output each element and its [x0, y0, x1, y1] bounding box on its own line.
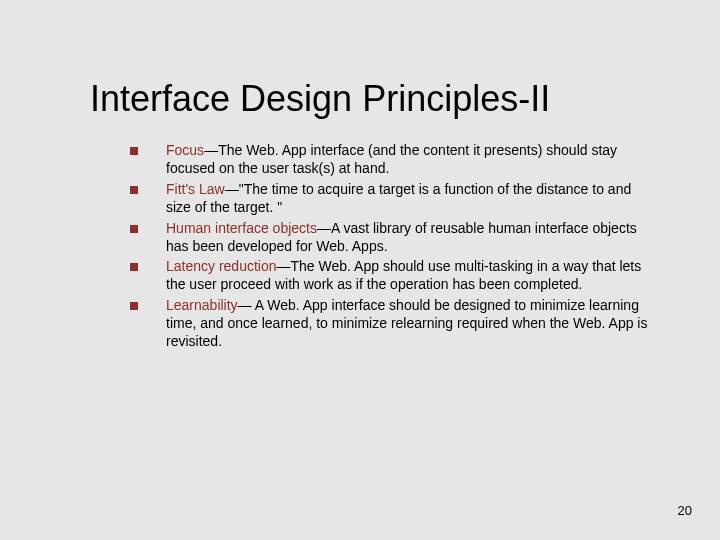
bullet-list: Focus—The Web. App interface (and the co… — [130, 142, 650, 354]
list-item: Focus—The Web. App interface (and the co… — [130, 142, 650, 178]
square-bullet-icon — [130, 263, 138, 271]
list-item-text: Learnability— A Web. App interface shoul… — [166, 297, 650, 351]
square-bullet-icon — [130, 147, 138, 155]
term: Learnability — [166, 297, 238, 313]
slide: Interface Design Principles-II Focus—The… — [0, 0, 720, 540]
rest: —"The time to acquire a target is a func… — [166, 181, 631, 215]
slide-title: Interface Design Principles-II — [90, 78, 550, 120]
term: Human interface objects — [166, 220, 317, 236]
square-bullet-icon — [130, 302, 138, 310]
list-item: Learnability— A Web. App interface shoul… — [130, 297, 650, 351]
list-item-text: Focus—The Web. App interface (and the co… — [166, 142, 650, 178]
rest: — A Web. App interface should be designe… — [166, 297, 647, 349]
page-number: 20 — [678, 503, 692, 518]
list-item-text: Fitt's Law—"The time to acquire a target… — [166, 181, 650, 217]
list-item: Fitt's Law—"The time to acquire a target… — [130, 181, 650, 217]
term: Focus — [166, 142, 204, 158]
rest: —The Web. App interface (and the content… — [166, 142, 617, 176]
list-item: Human interface objects—A vast library o… — [130, 220, 650, 256]
list-item-text: Latency reduction—The Web. App should us… — [166, 258, 650, 294]
term: Fitt's Law — [166, 181, 225, 197]
term: Latency reduction — [166, 258, 277, 274]
list-item-text: Human interface objects—A vast library o… — [166, 220, 650, 256]
square-bullet-icon — [130, 225, 138, 233]
list-item: Latency reduction—The Web. App should us… — [130, 258, 650, 294]
square-bullet-icon — [130, 186, 138, 194]
